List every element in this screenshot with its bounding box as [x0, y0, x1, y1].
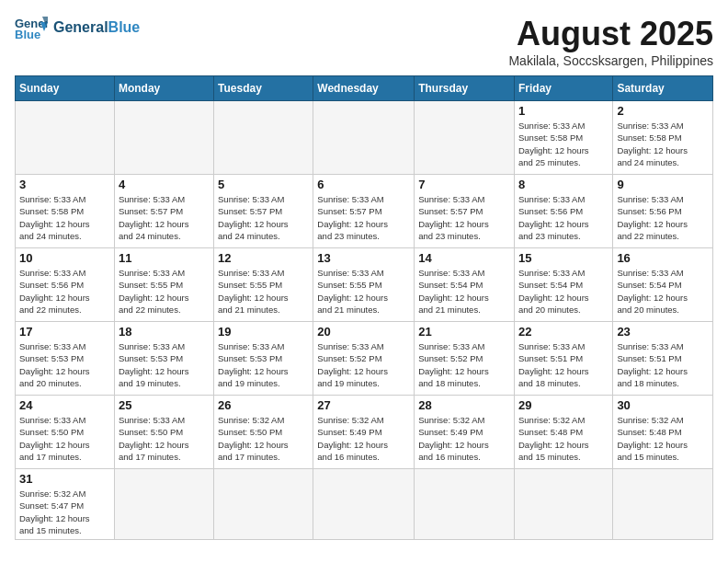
day-number: 29: [518, 398, 609, 412]
calendar-cell: 23Sunrise: 5:33 AM Sunset: 5:51 PM Dayli…: [613, 322, 713, 396]
logo-text: GeneralBlue: [53, 19, 140, 36]
day-number: 31: [19, 472, 110, 486]
day-number: 30: [617, 398, 709, 412]
weekday-header-row: SundayMondayTuesdayWednesdayThursdayFrid…: [16, 76, 713, 101]
calendar-cell: 30Sunrise: 5:32 AM Sunset: 5:48 PM Dayli…: [613, 396, 713, 469]
weekday-header-saturday: Saturday: [613, 76, 713, 101]
calendar-table: SundayMondayTuesdayWednesdayThursdayFrid…: [15, 75, 713, 540]
calendar-cell: 20Sunrise: 5:33 AM Sunset: 5:52 PM Dayli…: [313, 322, 415, 396]
calendar-cell: 6Sunrise: 5:33 AM Sunset: 5:57 PM Daylig…: [313, 175, 415, 248]
day-number: 3: [19, 178, 110, 191]
logo: General Blue GeneralBlue: [15, 15, 140, 40]
day-number: 17: [19, 325, 110, 339]
day-info: Sunrise: 5:33 AM Sunset: 5:55 PM Dayligh…: [317, 267, 410, 316]
calendar-subtitle: Makilala, Soccsksargen, Philippines: [508, 53, 713, 68]
weekday-header-thursday: Thursday: [415, 76, 515, 101]
day-info: Sunrise: 5:33 AM Sunset: 5:53 PM Dayligh…: [218, 340, 309, 389]
weekday-header-wednesday: Wednesday: [313, 76, 415, 101]
calendar-cell: 3Sunrise: 5:33 AM Sunset: 5:58 PM Daylig…: [16, 175, 115, 248]
day-info: Sunrise: 5:33 AM Sunset: 5:51 PM Dayligh…: [518, 340, 609, 389]
calendar-cell: 22Sunrise: 5:33 AM Sunset: 5:51 PM Dayli…: [514, 322, 612, 396]
weekday-header-friday: Friday: [514, 76, 612, 101]
week-row-4: 17Sunrise: 5:33 AM Sunset: 5:53 PM Dayli…: [16, 322, 713, 396]
day-number: 25: [119, 398, 210, 412]
day-number: 24: [19, 398, 110, 412]
day-info: Sunrise: 5:32 AM Sunset: 5:47 PM Dayligh…: [19, 488, 110, 536]
calendar-cell: 17Sunrise: 5:33 AM Sunset: 5:53 PM Dayli…: [16, 322, 115, 396]
calendar-cell: 26Sunrise: 5:32 AM Sunset: 5:50 PM Dayli…: [214, 396, 313, 469]
day-number: 20: [317, 325, 410, 339]
weekday-header-sunday: Sunday: [16, 76, 115, 101]
calendar-cell: [114, 469, 213, 540]
calendar-cell: 15Sunrise: 5:33 AM Sunset: 5:54 PM Dayli…: [514, 248, 612, 322]
day-number: 8: [518, 178, 609, 191]
day-info: Sunrise: 5:33 AM Sunset: 5:54 PM Dayligh…: [518, 267, 609, 316]
day-number: 19: [218, 325, 309, 339]
calendar-cell: 24Sunrise: 5:33 AM Sunset: 5:50 PM Dayli…: [16, 396, 115, 469]
day-info: Sunrise: 5:33 AM Sunset: 5:50 PM Dayligh…: [119, 414, 210, 463]
calendar-cell: 5Sunrise: 5:33 AM Sunset: 5:57 PM Daylig…: [214, 175, 313, 248]
day-number: 16: [617, 251, 709, 265]
day-number: 5: [218, 178, 309, 191]
week-row-5: 24Sunrise: 5:33 AM Sunset: 5:50 PM Dayli…: [16, 396, 713, 469]
day-info: Sunrise: 5:33 AM Sunset: 5:55 PM Dayligh…: [119, 267, 210, 316]
day-number: 15: [518, 251, 609, 265]
day-info: Sunrise: 5:33 AM Sunset: 5:56 PM Dayligh…: [518, 193, 609, 242]
calendar-cell: 21Sunrise: 5:33 AM Sunset: 5:52 PM Dayli…: [415, 322, 515, 396]
calendar-cell: 31Sunrise: 5:32 AM Sunset: 5:47 PM Dayli…: [16, 469, 115, 540]
calendar-cell: [214, 101, 313, 175]
calendar-cell: 1Sunrise: 5:33 AM Sunset: 5:58 PM Daylig…: [514, 101, 612, 175]
calendar-cell: 18Sunrise: 5:33 AM Sunset: 5:53 PM Dayli…: [114, 322, 213, 396]
day-info: Sunrise: 5:32 AM Sunset: 5:49 PM Dayligh…: [317, 414, 410, 463]
day-info: Sunrise: 5:33 AM Sunset: 5:54 PM Dayligh…: [418, 267, 510, 316]
week-row-1: 1Sunrise: 5:33 AM Sunset: 5:58 PM Daylig…: [16, 101, 713, 175]
day-info: Sunrise: 5:33 AM Sunset: 5:55 PM Dayligh…: [218, 267, 309, 316]
calendar-cell: [214, 469, 313, 540]
calendar-cell: 2Sunrise: 5:33 AM Sunset: 5:58 PM Daylig…: [613, 101, 713, 175]
day-info: Sunrise: 5:33 AM Sunset: 5:56 PM Dayligh…: [617, 193, 709, 242]
calendar-cell: 12Sunrise: 5:33 AM Sunset: 5:55 PM Dayli…: [214, 248, 313, 322]
day-info: Sunrise: 5:32 AM Sunset: 5:50 PM Dayligh…: [218, 414, 309, 463]
day-number: 12: [218, 251, 309, 265]
calendar-cell: [613, 469, 713, 540]
calendar-cell: 16Sunrise: 5:33 AM Sunset: 5:54 PM Dayli…: [613, 248, 713, 322]
day-number: 26: [218, 398, 309, 412]
day-number: 14: [418, 251, 510, 265]
day-number: 9: [617, 178, 709, 191]
day-info: Sunrise: 5:33 AM Sunset: 5:53 PM Dayligh…: [119, 340, 210, 389]
calendar-cell: 8Sunrise: 5:33 AM Sunset: 5:56 PM Daylig…: [514, 175, 612, 248]
day-number: 10: [19, 251, 110, 265]
weekday-header-monday: Monday: [114, 76, 213, 101]
day-info: Sunrise: 5:33 AM Sunset: 5:57 PM Dayligh…: [317, 193, 410, 242]
title-area: August 2025 Makilala, Soccsksargen, Phil…: [508, 15, 713, 68]
day-number: 6: [317, 178, 410, 191]
day-number: 2: [617, 104, 709, 118]
weekday-header-tuesday: Tuesday: [214, 76, 313, 101]
calendar-cell: [415, 101, 515, 175]
calendar-cell: [16, 101, 115, 175]
day-info: Sunrise: 5:33 AM Sunset: 5:58 PM Dayligh…: [518, 120, 609, 168]
calendar-cell: 10Sunrise: 5:33 AM Sunset: 5:56 PM Dayli…: [16, 248, 115, 322]
calendar-cell: 13Sunrise: 5:33 AM Sunset: 5:55 PM Dayli…: [313, 248, 415, 322]
calendar-cell: 27Sunrise: 5:32 AM Sunset: 5:49 PM Dayli…: [313, 396, 415, 469]
day-info: Sunrise: 5:33 AM Sunset: 5:53 PM Dayligh…: [19, 340, 110, 389]
day-number: 4: [119, 178, 210, 191]
day-info: Sunrise: 5:33 AM Sunset: 5:51 PM Dayligh…: [617, 340, 709, 389]
day-info: Sunrise: 5:32 AM Sunset: 5:48 PM Dayligh…: [518, 414, 609, 463]
calendar-cell: 29Sunrise: 5:32 AM Sunset: 5:48 PM Dayli…: [514, 396, 612, 469]
svg-text:Blue: Blue: [15, 28, 40, 40]
day-info: Sunrise: 5:33 AM Sunset: 5:56 PM Dayligh…: [19, 267, 110, 316]
day-info: Sunrise: 5:33 AM Sunset: 5:52 PM Dayligh…: [317, 340, 410, 389]
day-number: 1: [518, 104, 609, 118]
day-number: 22: [518, 325, 609, 339]
day-number: 23: [617, 325, 709, 339]
day-info: Sunrise: 5:33 AM Sunset: 5:57 PM Dayligh…: [119, 193, 210, 242]
page-header: General Blue GeneralBlue August 2025 Mak…: [15, 15, 713, 68]
day-number: 28: [418, 398, 510, 412]
day-number: 27: [317, 398, 410, 412]
calendar-cell: [114, 101, 213, 175]
day-number: 13: [317, 251, 410, 265]
day-number: 18: [119, 325, 210, 339]
week-row-3: 10Sunrise: 5:33 AM Sunset: 5:56 PM Dayli…: [16, 248, 713, 322]
day-number: 11: [119, 251, 210, 265]
